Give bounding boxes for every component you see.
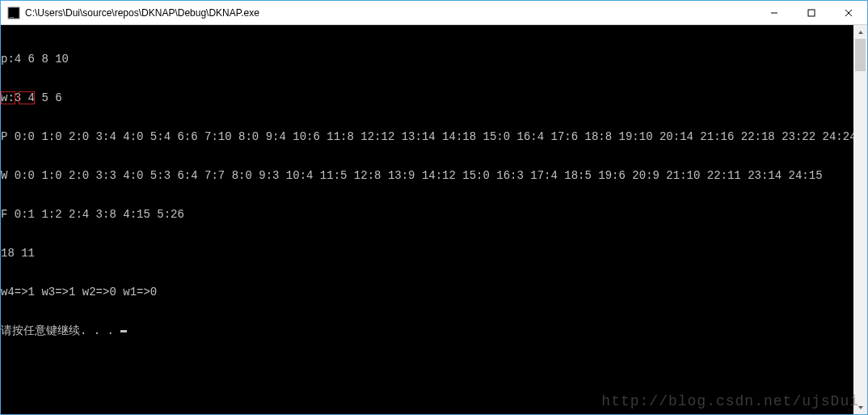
close-button[interactable] [830,1,867,24]
titlebar[interactable]: _ C:\Users\Dui\source\repos\DKNAP\Debug\… [1,1,867,25]
svg-marker-6 [858,31,863,34]
press-any-key-text: 请按任意键继续. . . [1,324,120,337]
app-icon: _ [7,6,20,19]
svg-text:_: _ [9,9,15,18]
console-line: P 0:0 1:0 2:0 3:4 4:0 5:4 6:6 7:10 8:0 9… [1,130,853,143]
console-window: _ C:\Users\Dui\source\repos\DKNAP\Debug\… [0,0,868,415]
minimize-button[interactable] [756,1,793,24]
console-line: F 0:1 1:2 2:4 3:8 4:15 5:26 [1,208,853,221]
console-line: w4=>1 w3=>1 w2=>0 w1=>0 [1,286,853,299]
vertical-scrollbar[interactable] [853,25,867,414]
svg-marker-7 [858,406,863,409]
window-controls [756,1,867,24]
text-cursor [120,330,127,332]
console-output[interactable]: p:4 6 8 10 w:3 4 5 6 P 0:0 1:0 2:0 3:4 4… [1,25,853,414]
scroll-track[interactable] [853,39,867,400]
console-line: w:3 4 5 6 [1,91,853,104]
scroll-down-button[interactable] [853,400,867,414]
console-line: W 0:0 1:0 2:0 3:3 4:0 5:3 6:4 7:7 8:0 9:… [1,169,853,182]
maximize-button[interactable] [793,1,830,24]
console-line: 18 11 [1,247,853,260]
console-line: p:4 6 8 10 [1,53,853,66]
svg-rect-3 [808,10,815,16]
console-prompt-line: 请按任意键继续. . . [1,324,853,337]
scroll-thumb[interactable] [855,39,866,71]
client-area: p:4 6 8 10 w:3 4 5 6 P 0:0 1:0 2:0 3:4 4… [1,25,867,414]
scroll-up-button[interactable] [853,25,867,39]
window-title: C:\Users\Dui\source\repos\DKNAP\Debug\DK… [25,7,756,19]
